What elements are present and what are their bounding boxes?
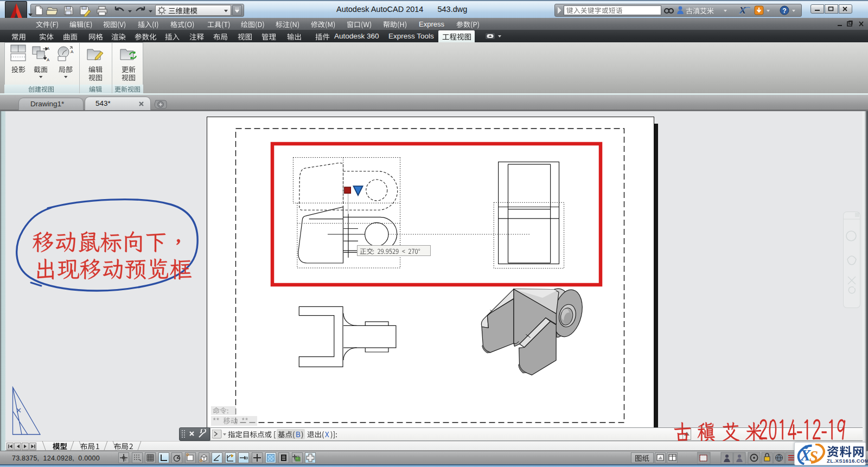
svg-text:?: ? [782,7,786,15]
svg-text:A: A [71,49,74,54]
svg-text:A: A [47,57,49,62]
svg-text:S: S [809,447,818,465]
svg-text:A: A [47,46,49,51]
